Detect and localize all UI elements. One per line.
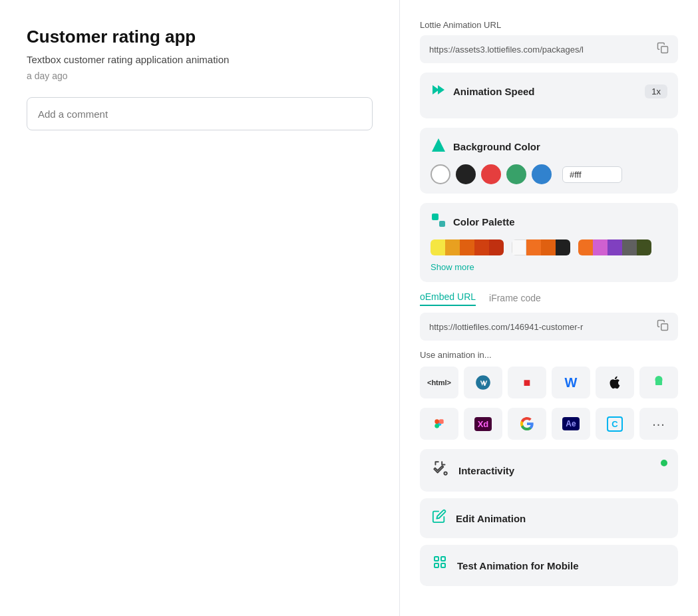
embed-tabs: oEmbed URL iFrame code xyxy=(420,291,678,306)
svg-rect-0 xyxy=(661,47,668,53)
palette-chip xyxy=(556,239,570,255)
palette-chip xyxy=(445,239,460,255)
app-title: Customer rating app xyxy=(27,27,373,47)
palette-chip xyxy=(593,239,608,255)
palette-chip xyxy=(526,239,541,255)
use-in-label: Use animation in... xyxy=(420,350,678,360)
test-animation-card[interactable]: Test Animation for Mobile xyxy=(420,545,678,586)
svg-rect-10 xyxy=(439,419,444,424)
palette-group-3 xyxy=(578,239,651,255)
background-color-icon xyxy=(431,137,446,156)
svg-rect-14 xyxy=(435,563,438,567)
platform-figma[interactable] xyxy=(420,408,458,440)
platform-wordpress[interactable] xyxy=(464,367,502,398)
embed-url-row: https://lottiefiles.com/146941-customer-… xyxy=(420,313,678,341)
svg-rect-4 xyxy=(432,214,438,220)
embed-url-text: https://lottiefiles.com/146941-customer-… xyxy=(429,322,651,332)
platform-html[interactable]: <html> xyxy=(420,367,458,398)
animation-speed-badge: 1x xyxy=(645,84,667,98)
right-panel: Lottie Animation URL https://assets3.lot… xyxy=(400,0,698,616)
edit-animation-title: Edit Animation xyxy=(456,513,526,524)
embed-url-copy-icon[interactable] xyxy=(657,319,669,334)
svg-rect-8 xyxy=(435,419,439,424)
animation-speed-card: Animation Speed 1x xyxy=(420,73,678,118)
platform-xd[interactable]: Xd xyxy=(464,408,502,440)
palette-group-2 xyxy=(512,239,570,255)
svg-rect-12 xyxy=(435,557,438,561)
color-palette-card: Color Palette xyxy=(420,203,678,282)
lottie-url-label: Lottie Animation URL xyxy=(420,20,678,30)
background-color-card: Background Color xyxy=(420,128,678,194)
test-animation-icon xyxy=(432,555,448,575)
palette-chip xyxy=(541,239,556,255)
app-time: a day ago xyxy=(27,71,373,81)
color-palette-title: Color Palette xyxy=(453,216,667,228)
swatch-blue[interactable] xyxy=(532,164,552,184)
svg-rect-5 xyxy=(439,221,445,227)
swatch-black[interactable] xyxy=(456,164,476,184)
platform-apple[interactable] xyxy=(596,367,634,398)
svg-rect-13 xyxy=(441,557,445,561)
svg-rect-15 xyxy=(441,563,445,567)
svg-marker-2 xyxy=(438,85,444,94)
platform-grid: <html> ■ W xyxy=(420,367,678,398)
interactivity-card[interactable]: Interactivity xyxy=(420,449,678,492)
platform-after-effects[interactable]: Ae xyxy=(552,408,590,440)
palette-chip xyxy=(460,239,474,255)
edit-animation-card[interactable]: Edit Animation xyxy=(420,498,678,538)
palette-row xyxy=(431,239,667,255)
tab-iframe[interactable]: iFrame code xyxy=(489,293,541,306)
platform-elementor[interactable]: ■ xyxy=(508,367,546,398)
swatch-green[interactable] xyxy=(506,164,526,184)
palette-group-1 xyxy=(431,239,504,255)
swatch-white[interactable] xyxy=(431,164,450,184)
tab-oembed[interactable]: oEmbed URL xyxy=(420,291,476,306)
platform-c-animate[interactable]: C xyxy=(596,408,634,440)
animation-speed-title: Animation Speed xyxy=(453,86,638,97)
palette-chip xyxy=(637,239,651,255)
show-more-button[interactable]: Show more xyxy=(431,262,474,272)
color-palette-header: Color Palette xyxy=(431,212,667,231)
interactivity-title: Interactivity xyxy=(458,465,514,476)
svg-marker-3 xyxy=(432,138,445,152)
swatch-red[interactable] xyxy=(481,164,501,184)
palette-chip xyxy=(431,239,445,255)
palette-chip xyxy=(512,239,526,255)
interactivity-status-dot xyxy=(661,460,667,466)
svg-rect-9 xyxy=(435,424,439,428)
edit-animation-icon xyxy=(432,509,446,528)
app-description: Textbox customer rating application anim… xyxy=(27,54,373,65)
platform-grid-2: Xd Ae C ··· xyxy=(420,408,678,440)
background-color-header: Background Color xyxy=(431,137,667,156)
background-color-title: Background Color xyxy=(453,141,667,152)
comment-input[interactable] xyxy=(27,97,373,130)
lottie-url-row: https://assets3.lottiefiles.com/packages… xyxy=(420,35,678,63)
lottie-url-text: https://assets3.lottiefiles.com/packages… xyxy=(429,45,651,55)
platform-webflow[interactable]: W xyxy=(552,367,590,398)
color-hex-input[interactable] xyxy=(562,166,622,183)
svg-point-11 xyxy=(444,472,446,474)
palette-chip xyxy=(578,239,593,255)
animation-speed-header: Animation Speed 1x xyxy=(431,82,667,101)
platform-android[interactable] xyxy=(639,367,678,398)
palette-chip xyxy=(489,239,504,255)
palette-chip xyxy=(608,239,622,255)
palette-chip xyxy=(622,239,637,255)
svg-rect-6 xyxy=(661,324,668,331)
color-palette-icon xyxy=(431,212,446,231)
palette-chip xyxy=(474,239,489,255)
platform-google[interactable] xyxy=(508,408,546,440)
color-swatches xyxy=(431,164,667,184)
platform-more[interactable]: ··· xyxy=(639,408,678,440)
left-panel: Customer rating app Textbox customer rat… xyxy=(0,0,400,616)
animation-speed-icon xyxy=(431,82,446,101)
test-animation-title: Test Animation for Mobile xyxy=(457,560,579,571)
interactivity-icon xyxy=(432,460,449,481)
lottie-url-copy-icon[interactable] xyxy=(657,42,669,57)
